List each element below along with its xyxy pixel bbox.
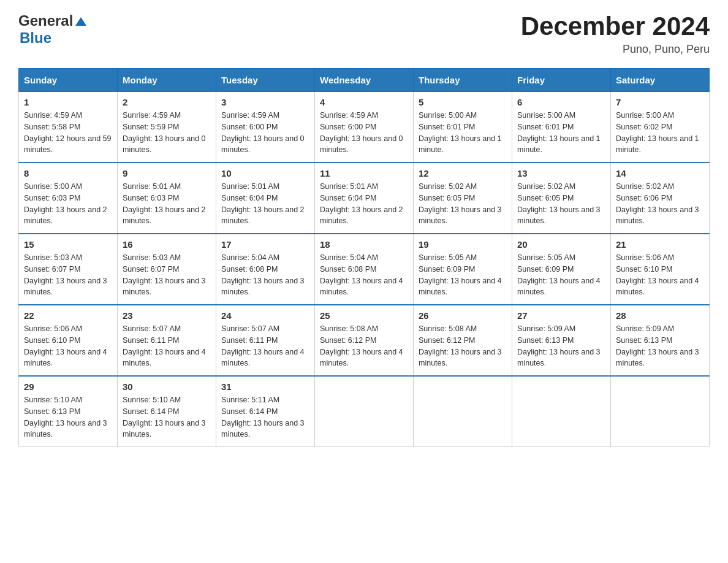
daylight-duration: Daylight: 13 hours and 3 minutes. (221, 277, 305, 297)
sunrise-time: Sunrise: 5:00 AM (517, 111, 575, 120)
daylight-duration: Daylight: 13 hours and 0 minutes. (123, 134, 206, 155)
calendar-day-cell: 28 Sunrise: 5:09 AM Sunset: 6:13 PM Dayl… (611, 305, 710, 376)
day-number: 19 (419, 239, 507, 250)
sunset-time: Sunset: 6:10 PM (616, 265, 672, 274)
day-number: 7 (616, 97, 704, 107)
sunrise-time: Sunrise: 5:02 AM (517, 182, 575, 191)
day-number: 27 (517, 310, 605, 321)
day-number: 15 (24, 239, 112, 250)
sunset-time: Sunset: 6:10 PM (24, 336, 80, 345)
day-info: Sunrise: 5:04 AM Sunset: 6:08 PM Dayligh… (320, 252, 408, 298)
sunset-time: Sunset: 6:13 PM (517, 336, 574, 345)
day-of-week-header: Wednesday (315, 69, 414, 92)
logo-blue-text: Blue (20, 29, 51, 47)
daylight-duration: Daylight: 13 hours and 1 minute. (517, 134, 601, 155)
sunrise-time: Sunrise: 5:10 AM (123, 396, 181, 404)
daylight-duration: Daylight: 13 hours and 2 minutes. (320, 205, 403, 226)
day-number: 21 (616, 239, 704, 250)
sunrise-time: Sunrise: 5:01 AM (320, 182, 378, 191)
sunset-time: Sunset: 6:04 PM (320, 194, 376, 202)
daylight-duration: Daylight: 13 hours and 3 minutes. (517, 348, 601, 368)
sunset-time: Sunset: 6:00 PM (221, 123, 278, 131)
daylight-duration: Daylight: 13 hours and 2 minutes. (221, 205, 305, 226)
daylight-duration: Daylight: 13 hours and 3 minutes. (616, 348, 699, 368)
sunset-time: Sunset: 6:08 PM (320, 265, 376, 274)
day-number: 31 (221, 381, 309, 392)
sunrise-time: Sunrise: 5:11 AM (221, 396, 279, 404)
sunset-time: Sunset: 6:00 PM (320, 123, 376, 131)
day-info: Sunrise: 5:09 AM Sunset: 6:13 PM Dayligh… (616, 323, 704, 369)
day-number: 4 (320, 97, 408, 107)
sunset-time: Sunset: 6:06 PM (616, 194, 672, 202)
logo-triangle-icon (75, 16, 86, 29)
location-subtitle: Puno, Puno, Peru (521, 43, 710, 56)
day-info: Sunrise: 4:59 AM Sunset: 6:00 PM Dayligh… (221, 110, 309, 156)
calendar-day-cell: 17 Sunrise: 5:04 AM Sunset: 6:08 PM Dayl… (216, 234, 315, 305)
day-number: 3 (221, 97, 309, 107)
day-info: Sunrise: 5:02 AM Sunset: 6:05 PM Dayligh… (517, 181, 605, 227)
calendar-day-cell: 7 Sunrise: 5:00 AM Sunset: 6:02 PM Dayli… (611, 92, 710, 163)
day-number: 20 (517, 239, 605, 250)
logo: General Blue (18, 12, 86, 47)
daylight-duration: Daylight: 13 hours and 4 minutes. (320, 348, 403, 368)
sunset-time: Sunset: 5:58 PM (24, 123, 80, 131)
day-info: Sunrise: 5:11 AM Sunset: 6:14 PM Dayligh… (221, 394, 309, 440)
sunrise-time: Sunrise: 5:01 AM (221, 182, 279, 191)
daylight-duration: Daylight: 13 hours and 4 minutes. (517, 277, 601, 297)
daylight-duration: Daylight: 13 hours and 4 minutes. (320, 277, 403, 297)
sunset-time: Sunset: 6:08 PM (221, 265, 278, 274)
sunset-time: Sunset: 6:12 PM (419, 336, 475, 345)
calendar-day-cell: 21 Sunrise: 5:06 AM Sunset: 6:10 PM Dayl… (611, 234, 710, 305)
calendar-day-cell: 31 Sunrise: 5:11 AM Sunset: 6:14 PM Dayl… (216, 376, 315, 447)
calendar-table: SundayMondayTuesdayWednesdayThursdayFrid… (18, 68, 710, 447)
day-number: 1 (24, 97, 112, 107)
sunset-time: Sunset: 6:04 PM (221, 194, 278, 202)
calendar-week-row: 29 Sunrise: 5:10 AM Sunset: 6:13 PM Dayl… (19, 376, 710, 447)
sunrise-time: Sunrise: 5:09 AM (517, 324, 575, 333)
sunset-time: Sunset: 5:59 PM (123, 123, 179, 131)
day-info: Sunrise: 5:00 AM Sunset: 6:01 PM Dayligh… (517, 110, 605, 156)
day-info: Sunrise: 5:06 AM Sunset: 6:10 PM Dayligh… (24, 323, 112, 369)
sunrise-time: Sunrise: 5:06 AM (24, 324, 82, 333)
calendar-day-cell: 25 Sunrise: 5:08 AM Sunset: 6:12 PM Dayl… (315, 305, 414, 376)
sunset-time: Sunset: 6:01 PM (517, 123, 574, 131)
day-number: 12 (419, 168, 507, 178)
calendar-day-cell: 29 Sunrise: 5:10 AM Sunset: 6:13 PM Dayl… (19, 376, 118, 447)
day-of-week-header: Monday (118, 69, 216, 92)
sunrise-time: Sunrise: 5:02 AM (616, 182, 674, 191)
calendar-day-cell: 10 Sunrise: 5:01 AM Sunset: 6:04 PM Dayl… (216, 163, 315, 234)
calendar-day-cell: 18 Sunrise: 5:04 AM Sunset: 6:08 PM Dayl… (315, 234, 414, 305)
sunrise-time: Sunrise: 5:06 AM (616, 253, 674, 262)
day-number: 25 (320, 310, 408, 321)
day-of-week-header: Friday (512, 69, 611, 92)
day-info: Sunrise: 5:03 AM Sunset: 6:07 PM Dayligh… (123, 252, 211, 298)
day-number: 29 (24, 381, 112, 392)
day-of-week-header: Tuesday (216, 69, 315, 92)
sunrise-time: Sunrise: 5:05 AM (517, 253, 575, 262)
day-info: Sunrise: 5:05 AM Sunset: 6:09 PM Dayligh… (419, 252, 507, 298)
calendar-day-cell: 13 Sunrise: 5:02 AM Sunset: 6:05 PM Dayl… (512, 163, 611, 234)
calendar-day-cell: 16 Sunrise: 5:03 AM Sunset: 6:07 PM Dayl… (118, 234, 216, 305)
daylight-duration: Daylight: 13 hours and 3 minutes. (517, 205, 601, 226)
sunrise-time: Sunrise: 4:59 AM (221, 111, 279, 120)
month-title: December 2024 (521, 12, 710, 40)
sunrise-time: Sunrise: 5:00 AM (419, 111, 477, 120)
day-info: Sunrise: 5:04 AM Sunset: 6:08 PM Dayligh… (221, 252, 309, 298)
daylight-duration: Daylight: 13 hours and 4 minutes. (123, 348, 206, 368)
day-info: Sunrise: 5:00 AM Sunset: 6:01 PM Dayligh… (419, 110, 507, 156)
daylight-duration: Daylight: 13 hours and 2 minutes. (24, 205, 107, 226)
day-info: Sunrise: 4:59 AM Sunset: 5:58 PM Dayligh… (24, 110, 112, 156)
day-info: Sunrise: 5:05 AM Sunset: 6:09 PM Dayligh… (517, 252, 605, 298)
daylight-duration: Daylight: 13 hours and 1 minute. (419, 134, 502, 155)
calendar-day-cell: 27 Sunrise: 5:09 AM Sunset: 6:13 PM Dayl… (512, 305, 611, 376)
day-info: Sunrise: 5:10 AM Sunset: 6:13 PM Dayligh… (24, 394, 112, 440)
day-number: 24 (221, 310, 309, 321)
daylight-duration: Daylight: 13 hours and 3 minutes. (616, 205, 699, 226)
calendar-day-cell: 22 Sunrise: 5:06 AM Sunset: 6:10 PM Dayl… (19, 305, 118, 376)
calendar-week-row: 22 Sunrise: 5:06 AM Sunset: 6:10 PM Dayl… (19, 305, 710, 376)
day-info: Sunrise: 5:06 AM Sunset: 6:10 PM Dayligh… (616, 252, 704, 298)
daylight-duration: Daylight: 13 hours and 0 minutes. (320, 134, 403, 155)
calendar-day-cell: 2 Sunrise: 4:59 AM Sunset: 5:59 PM Dayli… (118, 92, 216, 163)
logo-general-text: General (18, 12, 73, 29)
day-info: Sunrise: 5:07 AM Sunset: 6:11 PM Dayligh… (221, 323, 309, 369)
